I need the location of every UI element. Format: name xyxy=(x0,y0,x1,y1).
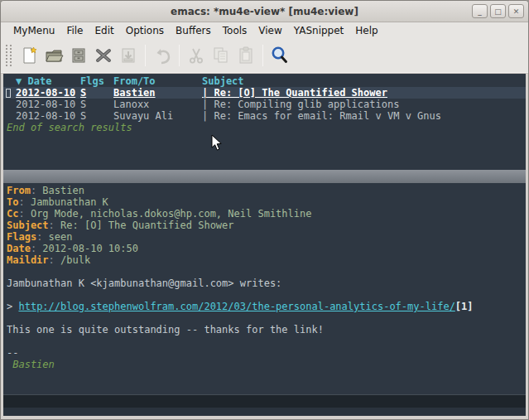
minimize-button[interactable]: _ xyxy=(472,4,488,18)
menu-item[interactable]: File xyxy=(60,23,89,38)
window-title: emacs: *mu4e-view* [mu4e:view] xyxy=(1,6,528,17)
subject-column-header[interactable]: Subject xyxy=(202,75,526,87)
field-label: From xyxy=(7,185,31,196)
mail-flags: S xyxy=(80,110,113,122)
message-header-field: From: Bastien xyxy=(7,185,526,196)
mail-from: Suvayu Ali xyxy=(113,110,202,122)
end-of-results: End of search results xyxy=(3,122,526,133)
emacs-window: emacs: *mu4e-view* [mu4e:view] _ □ ✕ MyM… xyxy=(0,0,529,420)
signature: Bastien xyxy=(7,359,526,370)
undo-icon[interactable] xyxy=(150,43,175,68)
view-modeline: *mu4e-view* ( 1, 0) [All/372] [mu4e:view… xyxy=(3,394,526,408)
flags-column-header[interactable]: Flgs xyxy=(80,75,113,87)
new-file-icon[interactable] xyxy=(17,43,41,68)
copy-icon[interactable] xyxy=(209,43,233,68)
link-footnote-ref: [1] xyxy=(455,301,474,312)
date-column-header[interactable]: ▼ Date xyxy=(16,75,80,87)
field-value: Org Mode, nicholas.dokos@hp.com, Neil Sm… xyxy=(31,208,312,220)
message-header-field: Cc: Org Mode, nicholas.dokos@hp.com, Nei… xyxy=(7,208,526,220)
mail-flags: S xyxy=(80,99,113,110)
field-value: /bulk xyxy=(60,254,90,266)
message-header-fields: From: Bastien To: Jambunathan K Cc: Org … xyxy=(7,185,526,266)
body-text: This one is quite outstanding -- thanks … xyxy=(7,324,526,336)
mouse-cursor xyxy=(211,134,223,152)
from-column-header[interactable]: From/To xyxy=(113,75,202,87)
header-row[interactable]: 2012-08-10 S Lanoxx | Re: Compiling glib… xyxy=(3,99,526,110)
menu-item[interactable]: Buffers xyxy=(170,23,217,38)
blank-line xyxy=(7,289,526,301)
blank-line xyxy=(7,312,526,324)
mail-subject: | Re: Compiling glib applications xyxy=(202,99,526,110)
maximize-button[interactable]: □ xyxy=(490,4,506,18)
signature-separator: -- xyxy=(7,347,526,359)
cut-icon[interactable] xyxy=(184,43,209,68)
field-label: Date xyxy=(7,243,31,254)
toolbar-separator xyxy=(145,45,146,66)
field-label: Cc xyxy=(7,208,18,220)
message-header-field: Subject: Re: [O] The Quantified Shower xyxy=(7,220,526,231)
header-row[interactable]: 2012-08-10 S Suvayu Ali | Re: Emacs for … xyxy=(3,110,526,122)
close-button[interactable]: ✕ xyxy=(508,4,524,18)
blank-line xyxy=(7,336,526,347)
save-as-icon[interactable] xyxy=(116,43,141,68)
menu-item[interactable]: MyMenu xyxy=(7,23,60,38)
field-label: Flags xyxy=(7,231,36,243)
emacs-client-area: ▼ Date Flgs From/To Subject 2012-08-10 S… xyxy=(3,74,526,416)
mail-from: Lanoxx xyxy=(113,99,202,110)
field-label: Maildir xyxy=(7,254,49,266)
message-header-field: Maildir: /bulk xyxy=(7,254,526,266)
titlebar[interactable]: emacs: *mu4e-view* [mu4e:view] _ □ ✕ xyxy=(1,1,528,22)
open-folder-icon[interactable] xyxy=(41,43,66,68)
header-row[interactable]: 2012-08-10 S Bastien | Re: [O] The Quant… xyxy=(3,87,526,99)
menu-item[interactable]: View xyxy=(252,23,287,38)
window-controls: _ □ ✕ xyxy=(472,4,524,18)
field-value: Jambunathan K xyxy=(31,196,108,208)
menu-item[interactable]: YASnippet xyxy=(288,23,350,38)
file-cabinet-icon[interactable] xyxy=(66,43,91,68)
field-value: Bastien xyxy=(42,185,84,196)
mu4e-headers-window: ▼ Date Flgs From/To Subject 2012-08-10 S… xyxy=(3,74,526,170)
quote-prefix: > xyxy=(7,301,18,312)
blank-line xyxy=(7,266,526,278)
menu-item[interactable]: Options xyxy=(120,23,170,38)
kill-buffer-icon[interactable] xyxy=(91,43,116,68)
mail-date: 2012-08-10 xyxy=(16,87,80,99)
field-value: Re: [O] The Quantified Shower xyxy=(60,220,234,231)
headers-column-row: ▼ Date Flgs From/To Subject xyxy=(3,74,526,87)
message-header-field: Flags: seen xyxy=(7,231,526,243)
toolbar xyxy=(1,39,528,72)
field-value: 2012-08-10 10:50 xyxy=(42,243,138,254)
message-header-field: To: Jambunathan K xyxy=(7,196,526,208)
field-label: To xyxy=(7,196,18,208)
mail-from: Bastien xyxy=(113,87,202,99)
echo-area[interactable] xyxy=(3,408,526,416)
menu-item[interactable]: Help xyxy=(349,23,383,38)
mail-subject: | Re: [O] The Quantified Shower xyxy=(202,87,526,99)
menubar: MyMenuFileEditOptionsBuffersToolsViewYAS… xyxy=(1,22,528,39)
menu-item[interactable]: Tools xyxy=(217,23,253,38)
toolbar-separator xyxy=(262,45,263,66)
paste-icon[interactable] xyxy=(233,43,258,68)
current-line-fringe-marker xyxy=(6,89,11,98)
sort-descending-icon: ▼ xyxy=(16,75,22,87)
mail-flags: S xyxy=(80,87,113,99)
quoted-line: > http://blog.stephenwolfram.com/2012/03… xyxy=(7,301,526,312)
mail-subject: | Re: Emacs for email: Rmail v VM v Gnus xyxy=(202,110,526,122)
mail-date: 2012-08-10 xyxy=(16,110,80,122)
toolbar-separator xyxy=(179,45,180,66)
message-header-field: Date: 2012-08-10 10:50 xyxy=(7,243,526,254)
mu4e-view-window: From: Bastien To: Jambunathan K Cc: Org … xyxy=(3,183,526,394)
mail-date: 2012-08-10 xyxy=(16,99,80,110)
menu-item[interactable]: Edit xyxy=(89,23,120,38)
search-icon[interactable] xyxy=(267,43,292,68)
field-value: seen xyxy=(49,231,73,243)
headers-list: 2012-08-10 S Bastien | Re: [O] The Quant… xyxy=(3,87,526,122)
quote-attribution: Jambunathan K <kjambunathan@gmail.com> w… xyxy=(7,278,526,289)
toolbar-drag-handle[interactable] xyxy=(6,45,12,66)
field-label: Subject xyxy=(7,220,49,231)
headers-modeline: *mu4e-headers* ( 1, 0) [All/275] [mu4e-h… xyxy=(3,170,526,183)
body-link[interactable]: http://blog.stephenwolfram.com/2012/03/t… xyxy=(18,301,454,312)
